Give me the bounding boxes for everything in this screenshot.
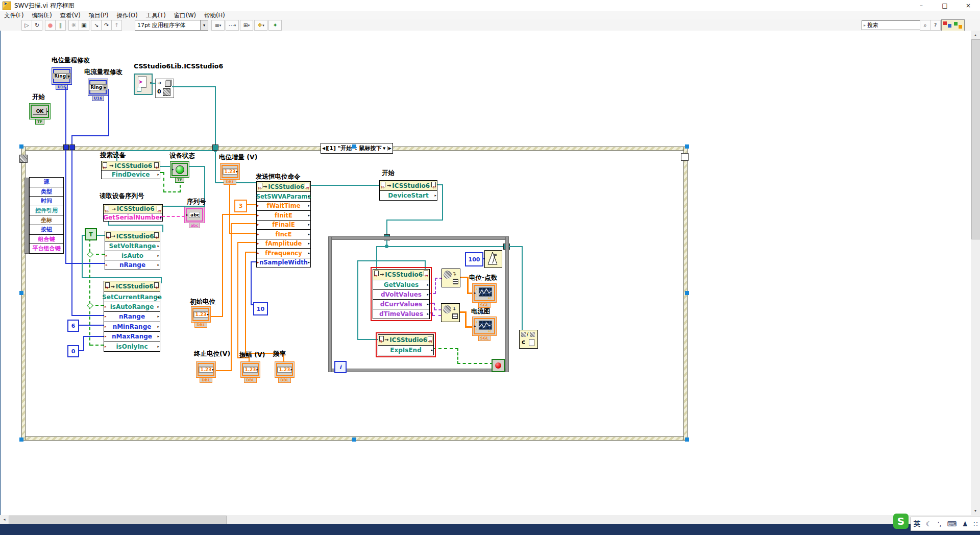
border-tunnel[interactable] (681, 153, 689, 161)
ok-boolean-control[interactable]: OK ▸ TF (29, 103, 51, 125)
iteration-terminal[interactable]: i (334, 361, 347, 373)
scroll-down-icon[interactable]: ▾ (971, 506, 980, 515)
selection-handle[interactable] (685, 437, 689, 442)
event-selector[interactable]: ◀ [1] "开始": 鼠标按下 ▼ ▶ (321, 143, 393, 154)
invoke-node-expisend[interactable]: ?!→ICSStudio6?! ExpIsEnd (378, 334, 434, 355)
while-loop-border-bottom[interactable] (328, 369, 509, 372)
wait-ms-constant[interactable]: 100 (465, 252, 483, 266)
while-loop-border-right[interactable] (505, 236, 509, 372)
scroll-left-icon[interactable]: ◂ (0, 515, 9, 524)
scroll-up-icon[interactable]: ▴ (971, 31, 980, 39)
horizontal-scrollbar-thumb[interactable] (9, 516, 227, 524)
selector-dropdown-icon[interactable]: ▼ (381, 147, 386, 151)
invoke-node-getvalues[interactable]: ?!→ICSStudio6?! GetValues dVoltValues dC… (373, 269, 430, 319)
ring-terminal-curr-range[interactable]: Ring▼ ▸ U16 (88, 79, 108, 101)
run-icon[interactable]: ▷ (21, 20, 32, 31)
current-graph-terminal[interactable]: ▸ 20 40 SGL (472, 317, 497, 341)
skin-icon[interactable]: ♟ (962, 520, 968, 528)
invoke-node-getserialnumber[interactable]: ?!→ICSStudio6?! GetSerialNumber (103, 204, 163, 222)
amplitude-control[interactable]: 1.23▸ DBL (240, 361, 260, 383)
toolbox-icon[interactable]: ∷ (973, 520, 977, 528)
distribute-objects-icon[interactable]: ⋯▾ (226, 20, 239, 31)
event-data-time[interactable]: 时间 (29, 196, 64, 206)
invoke-node-setswvaparams[interactable]: ?!→ICSStudio6?! SetSWVAParams fWaitTime … (256, 181, 311, 268)
nsamplewidth-constant[interactable]: 10 (253, 302, 268, 315)
retain-wire-values-icon[interactable]: ▣ (79, 20, 89, 31)
minimize-button[interactable]: – (910, 0, 933, 11)
wait-ms-icon[interactable] (484, 250, 502, 268)
vertical-scrollbar-thumb[interactable] (971, 39, 980, 239)
abort-icon[interactable]: ● (45, 20, 56, 31)
close-button[interactable]: × (957, 0, 980, 11)
maximize-button[interactable]: □ (933, 0, 957, 11)
clean-up-diagram-icon[interactable]: ✦ (268, 20, 282, 31)
selection-handle[interactable] (352, 144, 356, 149)
event-data-button[interactable]: 按钮 (29, 225, 64, 235)
run-continuous-icon[interactable]: ↻ (32, 20, 42, 31)
nmaxrange-constant[interactable]: 0 (67, 345, 79, 357)
while-loop-border-left[interactable] (328, 236, 332, 372)
event-data-platmods[interactable]: 平台组合键 (29, 244, 64, 254)
block-diagram-canvas[interactable] (0, 31, 972, 515)
event-data-coords[interactable]: 坐标 (29, 215, 64, 225)
constructor-node[interactable]: ➜ 0 (155, 79, 174, 98)
selection-handle[interactable] (352, 437, 356, 442)
init-potential-control[interactable]: 1.23▸ DBL (191, 306, 211, 328)
convert-to-dynamic-data-icon[interactable]: ↴ (441, 303, 460, 322)
punctuation-icon[interactable]: ’, (937, 520, 941, 528)
fullhalf-moon-icon[interactable]: ☾ (926, 520, 932, 528)
tunnel-int[interactable] (69, 144, 75, 150)
invoke-node-finddevice[interactable]: ?!→ICSStudio6?! FindDevice (101, 161, 160, 179)
nminrange-constant[interactable]: 6 (67, 320, 79, 332)
tunnel-int[interactable] (63, 144, 69, 150)
search-dropdown-icon[interactable]: ▸ (864, 23, 866, 28)
pause-icon[interactable]: ‖ (55, 20, 66, 31)
sogou-input-icon[interactable]: S (893, 514, 909, 529)
loop-condition-terminal[interactable] (492, 359, 505, 372)
step-into-icon[interactable]: ↘ (91, 20, 102, 31)
font-selector[interactable]: 17pt 应用程序字体 (135, 20, 205, 31)
align-objects-icon[interactable]: ≡▾ (211, 20, 225, 31)
device-status-led[interactable]: ▸ TF (170, 161, 189, 183)
final-potential-control[interactable]: 1.23▸ DBL (196, 361, 216, 383)
invoke-node-setvoltrange[interactable]: ?!→ICSStudio6?! SetVoltRange isAuto nRan… (105, 231, 160, 270)
timeout-terminal[interactable] (19, 155, 28, 163)
event-data-mods[interactable]: 组合键 (29, 234, 64, 245)
step-out-icon[interactable]: ↑ (111, 20, 122, 31)
step-over-icon[interactable]: ↷ (101, 20, 112, 31)
serial-number-indicator[interactable]: ▸ abc abc (184, 207, 205, 228)
convert-to-dynamic-data-icon[interactable]: ↴ (442, 269, 460, 287)
true-constant[interactable]: T (85, 228, 97, 240)
volt-points-graph-terminal[interactable]: ▸ 20 40 SGL (472, 283, 497, 308)
menu-file[interactable]: 文件(F) (0, 12, 28, 19)
menu-operate[interactable]: 操作(O) (113, 12, 142, 19)
event-data-ctlref[interactable]: 控件引用 (29, 206, 64, 216)
potential-increment-control[interactable]: 1.23 ▸ DBL (220, 163, 240, 185)
search-input[interactable]: ▸ 搜索 (862, 20, 923, 30)
font-selector-dropdown-icon[interactable]: ▾ (200, 20, 208, 31)
fwaittime-constant[interactable]: 3 (234, 200, 247, 212)
soft-keyboard-icon[interactable]: ⌨ (947, 520, 957, 528)
event-data-source[interactable]: 源 (29, 177, 64, 187)
selection-handle[interactable] (685, 291, 689, 295)
next-case-icon[interactable]: ▶ (387, 146, 393, 151)
menu-project[interactable]: 项目(P) (85, 12, 113, 19)
event-data-type[interactable]: 类型 (29, 187, 64, 197)
reorder-icon[interactable]: ❖▾ (254, 20, 267, 31)
search-icon[interactable]: ⌕ (920, 20, 930, 31)
highlight-execution-icon[interactable]: ☼ (68, 20, 79, 31)
prev-case-icon[interactable]: ◀ (321, 146, 327, 151)
menu-window[interactable]: 窗口(W) (170, 12, 200, 19)
ime-mode-indicator[interactable]: 英 (914, 519, 920, 528)
frequency-control[interactable]: 1.23▸ DBL (275, 361, 295, 383)
selection-handle[interactable] (19, 144, 23, 149)
tunnel-refnum[interactable] (212, 144, 218, 151)
invoke-node-devicestart[interactable]: ?!→ICSStudio6?! DeviceStart (379, 180, 437, 201)
selection-handle[interactable] (685, 144, 689, 149)
help-icon[interactable]: ? (930, 20, 941, 31)
menu-tools[interactable]: 工具(T) (142, 12, 170, 19)
menu-edit[interactable]: 编辑(E) (28, 12, 56, 19)
resize-objects-icon[interactable]: ⊞▾ (240, 20, 253, 31)
selection-handle[interactable] (19, 291, 23, 295)
selection-handle[interactable] (19, 437, 23, 442)
